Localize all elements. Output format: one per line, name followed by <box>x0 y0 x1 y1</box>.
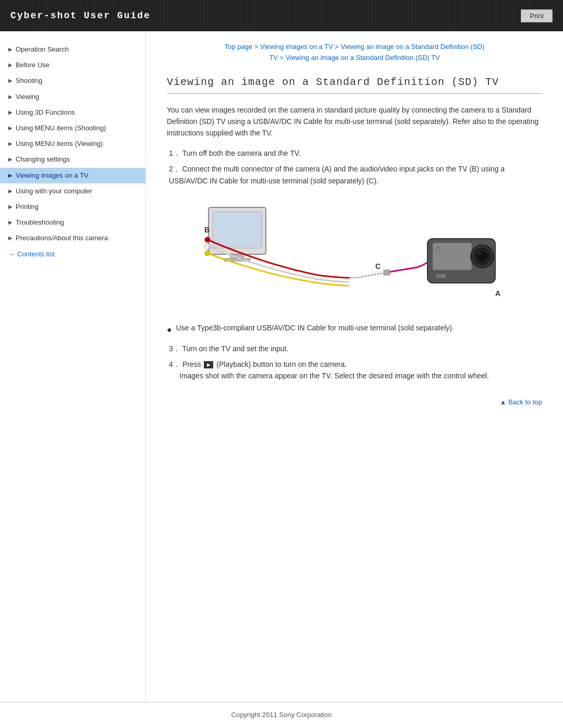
page-footer: Copyright 2011 Sony Corporation <box>0 702 563 727</box>
step-1: 1． Turn off both the camera and the TV. <box>167 147 542 159</box>
step-3-number: 3． <box>169 344 180 353</box>
svg-rect-16 <box>436 274 446 278</box>
step-2: 2． Connect the multi connector of the ca… <box>167 163 542 187</box>
step-4-continuation: Images shot with the camera appear on th… <box>169 372 489 380</box>
sidebar-label-1: Before Use <box>16 60 50 70</box>
sidebar-item-1[interactable]: ▶Before Use <box>0 57 145 73</box>
sidebar-label-0: Operation Search <box>16 45 69 54</box>
sidebar-arrow-icon-1: ▶ <box>8 61 13 69</box>
sidebar-label-6: Using MENU items (Viewing) <box>16 139 103 149</box>
sidebar-label-7: Changing settings <box>16 155 70 164</box>
main-layout: ▶Operation Search▶Before Use▶Shooting▶Vi… <box>0 31 563 702</box>
page-title: Viewing an image on a Standard Definitio… <box>167 76 542 94</box>
sidebar-item-2[interactable]: ▶Shooting <box>0 73 145 89</box>
step-2-number: 2． <box>169 165 180 173</box>
sidebar-label-3: Viewing <box>16 92 39 102</box>
playback-icon <box>204 361 213 368</box>
back-to-top-text: Back to top <box>508 398 542 406</box>
sidebar-label-5: Using MENU items (Shooting) <box>16 124 106 133</box>
breadcrumb-line1: Top page > Viewing images on a TV > View… <box>167 42 542 53</box>
page-header: Cyber-shot User Guide Print <box>0 0 563 31</box>
step-4-number: 4． <box>169 360 180 368</box>
step-1-text: Turn off both the camera and the TV. <box>182 149 300 157</box>
bullet-dot: ● <box>167 323 172 337</box>
step-1-number: 1． <box>169 149 180 157</box>
step-4-prefix: Press <box>182 360 203 368</box>
connection-diagram: B C <box>167 197 542 312</box>
sidebar-item-8[interactable]: ▶Viewing images on a TV <box>0 168 145 183</box>
step-3-text: Turn on the TV and set the input. <box>182 344 288 353</box>
svg-rect-1 <box>213 212 262 248</box>
sidebar-item-12[interactable]: ▶Precautions/About this camera <box>0 230 145 246</box>
sidebar-arrow-icon-8: ▶ <box>8 172 13 179</box>
svg-text:C: C <box>375 262 381 270</box>
svg-text:A: A <box>495 289 500 298</box>
bullet-note-text: Use a Type3b-compliant USB/AV/DC IN Cabl… <box>176 322 454 334</box>
breadcrumb-line2: TV > Viewing an image on a Standard Defi… <box>167 53 542 64</box>
back-to-top-link[interactable]: ▲ Back to top <box>499 398 542 406</box>
back-to-top-container: ▲ Back to top <box>167 392 542 406</box>
sidebar-item-5[interactable]: ▶Using MENU items (Shooting) <box>0 120 145 136</box>
contents-list-label: Contents list <box>17 250 55 258</box>
arrow-right-icon: → <box>8 250 15 258</box>
sidebar-arrow-icon-9: ▶ <box>8 188 13 195</box>
print-button[interactable]: Print <box>521 9 553 22</box>
sidebar-arrow-icon-6: ▶ <box>8 140 13 147</box>
step-2-text: Connect the multi connector of the camer… <box>169 165 505 184</box>
sidebar-arrow-icon-12: ▶ <box>8 235 13 242</box>
sidebar-arrow-icon-11: ▶ <box>8 219 13 226</box>
steps-list-2: 3． Turn on the TV and set the input. 4． … <box>167 343 542 382</box>
sidebar-arrow-icon-5: ▶ <box>8 125 13 132</box>
bullet-note: ● Use a Type3b-compliant USB/AV/DC IN Ca… <box>167 322 542 337</box>
breadcrumb: Top page > Viewing images on a TV > View… <box>167 42 542 64</box>
main-content: Top page > Viewing images on a TV > View… <box>146 31 563 702</box>
sidebar-item-7[interactable]: ▶Changing settings <box>0 152 145 167</box>
sidebar-label-12: Precautions/About this camera <box>16 233 108 243</box>
sidebar-label-4: Using 3D Functions <box>16 108 75 117</box>
contents-list-link[interactable]: → Contents list <box>0 246 145 258</box>
sidebar-item-9[interactable]: ▶Using with your computer <box>0 183 145 199</box>
steps-list: 1． Turn off both the camera and the TV. … <box>167 147 542 187</box>
sidebar-arrow-icon-2: ▶ <box>8 77 13 84</box>
sidebar-item-6[interactable]: ▶Using MENU items (Viewing) <box>0 136 145 152</box>
step-4: 4． Press (Playback) button to turn on th… <box>167 359 542 382</box>
back-to-top-arrow: ▲ <box>499 398 508 406</box>
sidebar-item-4[interactable]: ▶Using 3D Functions <box>0 105 145 120</box>
step-4-suffix: (Playback) button to turn on the camera. <box>216 360 347 368</box>
sidebar-arrow-icon-7: ▶ <box>8 156 13 163</box>
sidebar-arrow-icon-4: ▶ <box>8 109 13 116</box>
sidebar-item-11[interactable]: ▶Troubleshooting <box>0 215 145 230</box>
svg-text:B: B <box>204 226 210 234</box>
sidebar-arrow-icon-0: ▶ <box>8 46 13 53</box>
sidebar-label-9: Using with your computer <box>16 187 92 196</box>
sidebar-label-10: Printing <box>16 202 39 212</box>
copyright-text: Copyright 2011 Sony Corporation <box>231 711 332 719</box>
svg-rect-18 <box>384 270 390 275</box>
intro-paragraph: You can view images recorded on the came… <box>167 104 542 139</box>
sidebar-label-2: Shooting <box>16 76 42 85</box>
diagram-container: B C <box>167 197 542 312</box>
svg-point-15 <box>436 247 440 251</box>
sidebar-item-0[interactable]: ▶Operation Search <box>0 42 145 57</box>
sidebar-item-10[interactable]: ▶Printing <box>0 199 145 215</box>
app-title: Cyber-shot User Guide <box>10 10 151 21</box>
sidebar-arrow-icon-10: ▶ <box>8 203 13 211</box>
sidebar-label-8: Viewing images on a TV <box>16 171 89 180</box>
sidebar-item-3[interactable]: ▶Viewing <box>0 89 145 105</box>
svg-point-14 <box>478 252 481 255</box>
step-3: 3． Turn on the TV and set the input. <box>167 343 542 354</box>
sidebar-arrow-icon-3: ▶ <box>8 93 13 101</box>
sidebar-label-11: Troubleshooting <box>16 218 64 227</box>
sidebar: ▶Operation Search▶Before Use▶Shooting▶Vi… <box>0 31 146 702</box>
